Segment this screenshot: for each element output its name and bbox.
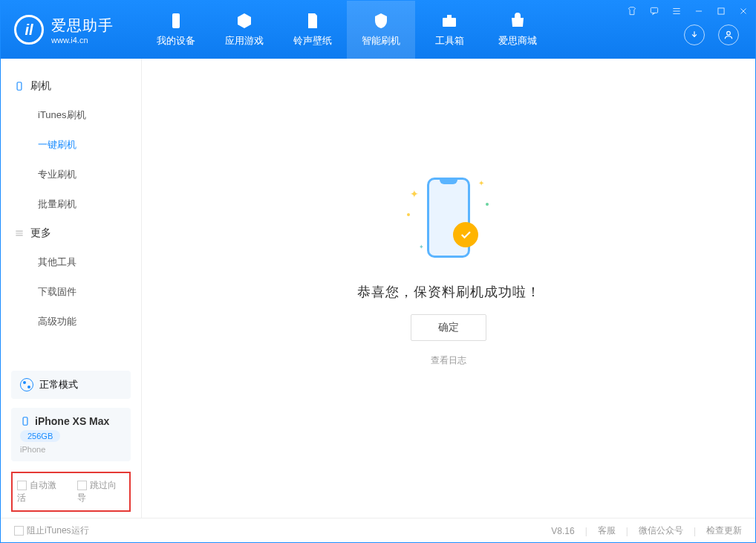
maximize-icon[interactable] <box>715 5 727 17</box>
mode-label: 正常模式 <box>39 378 78 391</box>
mode-card[interactable]: 正常模式 <box>11 371 131 399</box>
toolbox-icon <box>440 12 458 30</box>
svg-rect-0 <box>172 13 180 28</box>
tshirt-icon[interactable] <box>626 5 638 17</box>
phone-icon <box>167 12 185 30</box>
sidebar-item-pro-flash[interactable]: 专业刷机 <box>1 160 141 189</box>
tab-toolbox[interactable]: 工具箱 <box>415 1 483 59</box>
logo-icon: il <box>14 15 44 45</box>
main-content: ✦ ✦ ✦ 恭喜您，保资料刷机成功啦！ 确定 查看日志 <box>142 59 755 518</box>
device-card[interactable]: iPhone XS Max 256GB iPhone <box>11 408 131 461</box>
sidebar-item-one-click-flash[interactable]: 一键刷机 <box>1 130 141 160</box>
tab-label: 应用游戏 <box>225 34 264 48</box>
cube-icon <box>235 12 253 30</box>
tab-label: 智能刷机 <box>362 34 400 48</box>
svg-rect-3 <box>651 7 657 13</box>
main-tabs: 我的设备 应用游戏 铃声壁纸 智能刷机 工具箱 爱思商城 <box>142 1 552 59</box>
footer-link-support[interactable]: 客服 <box>598 524 616 537</box>
footer: 阻止iTunes运行 V8.16 | 客服 | 微信公众号 | 检查更新 <box>1 518 755 543</box>
sidebar-group-more: 更多 <box>1 219 141 247</box>
logo: il 爱思助手 www.i4.cn <box>1 15 142 45</box>
footer-link-update[interactable]: 检查更新 <box>706 524 742 537</box>
version-label: V8.16 <box>551 526 574 536</box>
tab-label: 爱思商城 <box>498 34 537 48</box>
sparkle-icon: ✦ <box>410 188 419 200</box>
check-badge-icon <box>453 222 478 247</box>
feedback-icon[interactable] <box>648 5 660 17</box>
dot-icon <box>407 213 410 216</box>
user-button[interactable] <box>718 25 739 45</box>
tab-ringtone-wallpaper[interactable]: 铃声壁纸 <box>278 1 347 59</box>
sidebar-item-batch-flash[interactable]: 批量刷机 <box>1 189 141 219</box>
sparkle-icon: ✦ <box>478 179 484 187</box>
minimize-icon[interactable] <box>693 5 705 17</box>
sidebar: 刷机 iTunes刷机 一键刷机 专业刷机 批量刷机 更多 其他工具 下载固件 … <box>1 59 142 518</box>
view-log-link[interactable]: 查看日志 <box>431 354 466 367</box>
sidebar-item-itunes-flash[interactable]: iTunes刷机 <box>1 100 141 130</box>
tab-label: 工具箱 <box>435 34 464 48</box>
sidebar-item-download-firmware[interactable]: 下载固件 <box>1 277 141 307</box>
svg-rect-7 <box>23 417 27 426</box>
auto-activate-checkbox[interactable]: 自动激活 <box>17 479 65 504</box>
tab-flash[interactable]: 智能刷机 <box>347 1 415 59</box>
tab-my-device[interactable]: 我的设备 <box>142 1 210 59</box>
sidebar-group-flash: 刷机 <box>1 72 141 100</box>
svg-rect-6 <box>17 82 22 91</box>
sidebar-item-advanced[interactable]: 高级功能 <box>1 307 141 336</box>
mode-icon <box>20 378 33 391</box>
ok-button[interactable]: 确定 <box>411 314 486 341</box>
close-icon[interactable] <box>737 5 749 17</box>
tab-label: 铃声壁纸 <box>293 34 332 48</box>
tab-apps-games[interactable]: 应用游戏 <box>210 1 278 59</box>
storage-badge: 256GB <box>20 430 60 442</box>
header-actions <box>684 25 739 45</box>
sparkle-icon: ✦ <box>419 244 424 250</box>
device-type: iPhone <box>20 445 45 454</box>
music-file-icon <box>304 12 322 30</box>
tab-store[interactable]: 爱思商城 <box>483 1 552 59</box>
device-name: iPhone XS Max <box>20 415 109 427</box>
footer-link-wechat[interactable]: 微信公众号 <box>639 524 683 537</box>
app-title: 爱思助手 <box>51 16 114 36</box>
svg-rect-4 <box>718 8 724 14</box>
success-message: 恭喜您，保资料刷机成功啦！ <box>357 283 541 301</box>
menu-icon[interactable] <box>671 5 682 17</box>
skip-guide-checkbox[interactable]: 跳过向导 <box>77 479 126 504</box>
sidebar-item-other-tools[interactable]: 其他工具 <box>1 247 141 277</box>
flash-options-row: 自动激活 跳过向导 <box>11 472 131 512</box>
svg-rect-2 <box>447 15 452 18</box>
store-icon <box>509 12 527 30</box>
header: il 爱思助手 www.i4.cn 我的设备 应用游戏 铃声壁纸 智能刷机 工具… <box>1 1 755 59</box>
svg-rect-1 <box>443 18 456 27</box>
tab-label: 我的设备 <box>157 34 195 48</box>
window-controls <box>626 5 749 17</box>
block-itunes-checkbox[interactable]: 阻止iTunes运行 <box>14 524 89 537</box>
svg-point-5 <box>727 31 731 35</box>
dot-icon <box>486 203 489 206</box>
download-button[interactable] <box>684 25 705 45</box>
refresh-shield-icon <box>372 12 390 30</box>
success-illustration: ✦ ✦ ✦ <box>397 166 501 270</box>
app-subtitle: www.i4.cn <box>51 36 114 45</box>
